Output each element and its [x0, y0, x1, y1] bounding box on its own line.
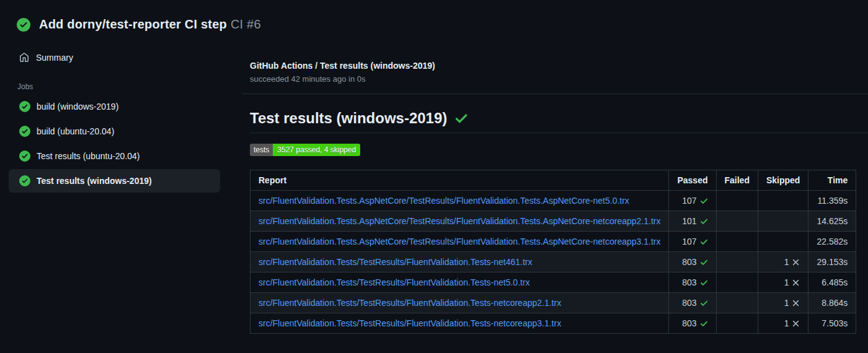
failed-cell — [716, 313, 758, 334]
report-link[interactable]: src/FluentValidation.Tests.AspNetCore/Te… — [259, 237, 660, 246]
layout: Summary Jobs build (windows-2019) build … — [0, 40, 868, 334]
skipped-cell — [758, 191, 808, 211]
time-cell: 6.485s — [808, 272, 856, 293]
column-header-report: Report — [250, 170, 669, 191]
jobs-list: build (windows-2019) build (ubuntu-20.04… — [0, 95, 242, 193]
check-icon — [700, 238, 708, 246]
page-title: Add dorny/test-reporter CI stepCI #6 — [39, 17, 261, 32]
report-link[interactable]: src/FluentValidation.Tests/TestResults/F… — [259, 298, 561, 308]
summary-label: Summary — [36, 53, 73, 63]
skipped-cell — [758, 232, 808, 252]
job-label: build (windows-2019) — [37, 102, 118, 111]
job-label: Test results (ubuntu-20.04) — [37, 151, 140, 161]
time-cell: 14.625s — [808, 211, 856, 232]
check-icon — [700, 320, 708, 328]
time-cell: 22.582s — [808, 232, 856, 252]
table-header: ReportPassedFailedSkippedTime — [250, 170, 856, 191]
report-link[interactable]: src/FluentValidation.Tests.AspNetCore/Te… — [259, 196, 629, 206]
test-results-table: ReportPassedFailedSkippedTime src/Fluent… — [250, 170, 856, 334]
failed-cell — [716, 211, 758, 232]
badge-value: 3527 passed, 4 skipped — [273, 144, 360, 156]
x-icon — [792, 299, 800, 307]
check-run-output: Test results (windows-2019) tests 3527 p… — [242, 110, 868, 334]
job-label: build (ubuntu-20.04) — [37, 126, 114, 136]
section-heading: Test results (windows-2019) — [250, 110, 868, 133]
failed-cell — [716, 232, 758, 252]
column-header-failed: Failed — [716, 170, 758, 191]
tests-badge: tests 3527 passed, 4 skipped — [250, 144, 360, 156]
report-row-3: src/FluentValidation.Tests/TestResults/F… — [250, 252, 856, 272]
time-cell: 8.864s — [808, 293, 856, 313]
report-cell: src/FluentValidation.Tests.AspNetCore/Te… — [250, 211, 669, 232]
badge-label: tests — [250, 144, 273, 156]
passed-cell: 803 — [669, 313, 716, 334]
table-header-row: ReportPassedFailedSkippedTime — [250, 170, 856, 191]
section-title: Test results (windows-2019) — [250, 110, 447, 127]
passed-cell: 803 — [669, 272, 716, 293]
column-header-passed: Passed — [669, 170, 716, 191]
report-cell: src/FluentValidation.Tests/TestResults/F… — [250, 252, 669, 272]
failed-cell — [716, 252, 758, 272]
sidebar-item-summary[interactable]: Summary — [0, 48, 242, 67]
check-run-status-text: succeeded 42 minutes ago in 0s — [250, 74, 868, 84]
passed-cell: 803 — [669, 293, 716, 313]
sidebar-job-item-0[interactable]: build (windows-2019) — [9, 95, 220, 118]
x-icon — [792, 279, 800, 287]
home-icon — [19, 53, 29, 63]
report-cell: src/FluentValidation.Tests/TestResults/F… — [250, 272, 669, 293]
sidebar-job-item-2[interactable]: Test results (ubuntu-20.04) — [9, 144, 220, 168]
sidebar-job-item-3[interactable]: Test results (windows-2019) — [9, 169, 220, 193]
report-cell: src/FluentValidation.Tests/TestResults/F… — [250, 293, 669, 313]
skipped-cell: 1 — [758, 293, 808, 313]
column-header-skipped: Skipped — [758, 170, 808, 191]
check-icon — [700, 279, 708, 287]
workflow-run-page: Add dorny/test-reporter CI stepCI #6 Sum… — [0, 0, 868, 334]
report-link[interactable]: src/FluentValidation.Tests/TestResults/F… — [259, 318, 561, 328]
report-row-5: src/FluentValidation.Tests/TestResults/F… — [250, 293, 856, 313]
skipped-cell: 1 — [758, 252, 808, 272]
header-divider — [242, 94, 868, 94]
check-run-header: GitHub Actions / Test results (windows-2… — [242, 61, 868, 84]
report-link[interactable]: src/FluentValidation.Tests/TestResults/F… — [259, 277, 530, 287]
table-body: src/FluentValidation.Tests.AspNetCore/Te… — [250, 191, 856, 334]
jobs-section-label: Jobs — [17, 82, 242, 91]
check-icon — [700, 299, 708, 307]
run-title: Add dorny/test-reporter CI step — [39, 17, 227, 31]
time-cell: 7.503s — [808, 313, 856, 334]
x-icon — [792, 258, 800, 266]
run-number: CI #6 — [231, 17, 261, 31]
skipped-cell — [758, 211, 808, 232]
check-circle-icon — [19, 150, 30, 162]
report-row-1: src/FluentValidation.Tests.AspNetCore/Te… — [250, 211, 856, 232]
skipped-cell: 1 — [758, 272, 808, 293]
failed-cell — [716, 191, 758, 211]
x-icon — [792, 320, 800, 328]
sidebar: Summary Jobs build (windows-2019) build … — [0, 40, 242, 194]
check-run-title: GitHub Actions / Test results (windows-2… — [250, 61, 868, 71]
check-circle-icon — [19, 175, 30, 186]
sidebar-job-item-1[interactable]: build (ubuntu-20.04) — [9, 120, 220, 143]
report-link[interactable]: src/FluentValidation.Tests/TestResults/F… — [259, 257, 532, 267]
job-label: Test results (windows-2019) — [37, 176, 152, 186]
report-cell: src/FluentValidation.Tests/TestResults/F… — [250, 313, 669, 334]
check-icon — [454, 111, 468, 125]
passed-cell: 101 — [669, 211, 716, 232]
failed-cell — [716, 272, 758, 293]
check-icon — [700, 217, 708, 225]
passed-cell: 107 — [669, 191, 716, 211]
check-circle-icon — [19, 126, 30, 137]
check-circle-icon — [19, 101, 30, 112]
report-row-2: src/FluentValidation.Tests.AspNetCore/Te… — [250, 232, 856, 252]
time-cell: 11.359s — [808, 191, 856, 211]
main-content: GitHub Actions / Test results (windows-2… — [242, 40, 868, 334]
report-link[interactable]: src/FluentValidation.Tests.AspNetCore/Te… — [259, 216, 660, 226]
passed-cell: 107 — [669, 232, 716, 252]
report-row-6: src/FluentValidation.Tests/TestResults/F… — [250, 313, 856, 334]
report-row-0: src/FluentValidation.Tests.AspNetCore/Te… — [250, 191, 856, 211]
passed-cell: 803 — [669, 252, 716, 272]
check-icon — [700, 197, 708, 205]
check-circle-icon — [17, 18, 30, 32]
run-header: Add dorny/test-reporter CI stepCI #6 — [0, 0, 868, 40]
failed-cell — [716, 293, 758, 313]
report-row-4: src/FluentValidation.Tests/TestResults/F… — [250, 272, 856, 293]
